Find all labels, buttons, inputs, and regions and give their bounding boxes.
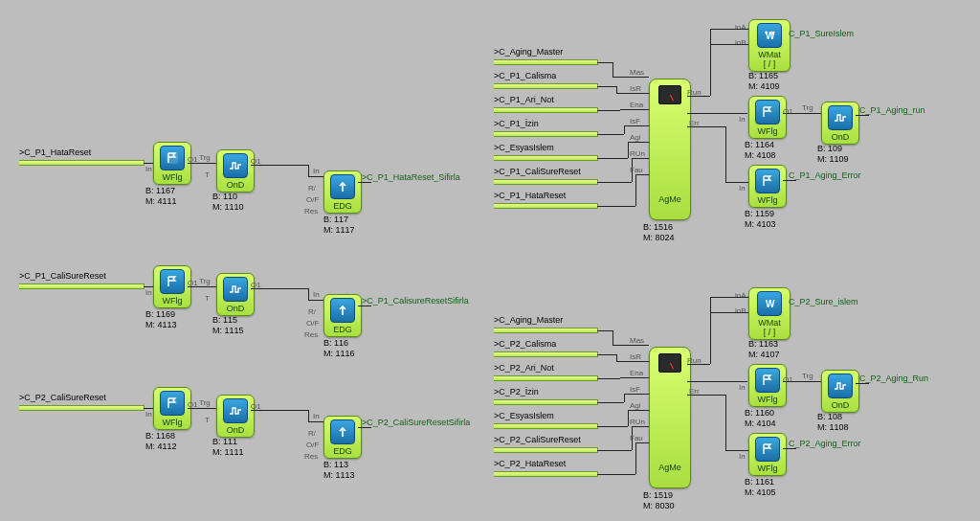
- port-fau: Fau: [630, 434, 643, 442]
- port-in: In: [145, 288, 152, 297]
- wire: [308, 300, 323, 301]
- flag-icon: [755, 368, 780, 393]
- agme-block[interactable]: AgMe: [649, 347, 691, 488]
- anchor[interactable]: [494, 423, 598, 429]
- wire: [308, 288, 309, 300]
- port-trg: Trg: [199, 398, 211, 407]
- wflg-block[interactable]: WFlg: [153, 142, 191, 185]
- anchor[interactable]: [494, 375, 598, 381]
- agme-block[interactable]: AgMe: [649, 79, 691, 220]
- output-label: >C_P1_HataReset_Sifirla: [362, 172, 460, 183]
- edg-block[interactable]: EDG: [323, 416, 362, 459]
- anchor[interactable]: [494, 107, 598, 113]
- wflg-block[interactable]: WFlg: [748, 433, 787, 476]
- block-b: B: 116: [323, 338, 348, 349]
- block-b: B: 1161: [745, 477, 774, 487]
- block-type: WFlg: [156, 418, 189, 427]
- wire: [597, 62, 612, 63]
- wire: [710, 29, 748, 30]
- wire: [725, 450, 748, 451]
- wire: [308, 421, 323, 422]
- wire: [597, 158, 628, 159]
- wmat-block[interactable]: W WMat [ / ]: [748, 287, 791, 340]
- anchor[interactable]: [494, 351, 598, 357]
- anchor-label: >C_P2_Calisma: [494, 339, 556, 350]
- anchor-label: >C_EsyasIslem: [494, 143, 554, 153]
- edg-block[interactable]: EDG: [323, 294, 362, 337]
- anchor[interactable]: [19, 283, 145, 289]
- anchor[interactable]: [494, 83, 598, 89]
- port-isr: IsR: [630, 352, 641, 361]
- port-in: In: [739, 383, 746, 392]
- flag-icon: [755, 169, 780, 193]
- block-m: M: 1117: [323, 225, 355, 236]
- output-label: C_P1_Aging_Error: [789, 170, 861, 181]
- anchor[interactable]: [494, 328, 598, 333]
- anchor[interactable]: [19, 160, 145, 166]
- wflg-block[interactable]: WFlg: [153, 387, 191, 430]
- wire: [597, 450, 632, 451]
- block-type: WFlg: [751, 464, 784, 473]
- port-agi: Agi: [630, 401, 641, 410]
- wire: [251, 165, 308, 166]
- wmat-block[interactable]: W WMat [ / ]: [748, 19, 791, 72]
- flag-icon: [160, 146, 185, 170]
- wflg-block[interactable]: WFlg: [153, 265, 191, 308]
- wire: [620, 377, 649, 378]
- wire: [710, 29, 711, 96]
- block-b: B: 1516: [643, 222, 673, 233]
- anchor[interactable]: [494, 447, 598, 453]
- port-of: O/F: [306, 195, 319, 204]
- anchor[interactable]: [494, 399, 598, 405]
- wire: [687, 395, 725, 396]
- wire: [635, 442, 649, 443]
- port-mas: Mas: [630, 336, 644, 345]
- wire: [188, 286, 216, 287]
- output-label: C_P1_SureIslem: [789, 29, 854, 39]
- port-of: O/F: [306, 319, 319, 328]
- block-b: B: 108: [817, 412, 842, 422]
- wflg-block[interactable]: WFlg: [748, 96, 787, 139]
- port-isf: IsF: [630, 385, 640, 394]
- anchor[interactable]: [494, 131, 598, 137]
- block-m: M: 4113: [145, 320, 177, 330]
- wire: [635, 442, 636, 474]
- wire: [710, 312, 748, 313]
- block-m: M: 4111: [145, 196, 177, 207]
- block-type: WFlg: [751, 395, 784, 404]
- wflg-block[interactable]: WFlg: [748, 364, 787, 407]
- ond-block[interactable]: OnD: [821, 102, 859, 145]
- port-trg: Trg: [802, 103, 813, 112]
- port-isr: IsR: [630, 84, 641, 93]
- anchor-label: >C_EsyasIslem: [494, 411, 554, 421]
- block-b: B: 1169: [145, 309, 175, 320]
- wire: [144, 408, 153, 409]
- anchor[interactable]: [494, 59, 598, 65]
- block-m: M: 1116: [323, 349, 355, 359]
- edg-block[interactable]: EDG: [323, 170, 362, 214]
- arrow-up-icon: [330, 419, 355, 444]
- anchor[interactable]: [19, 405, 145, 411]
- anchor[interactable]: [494, 471, 598, 477]
- anchor[interactable]: [494, 203, 598, 209]
- block-m: M: 1110: [212, 202, 244, 213]
- anchor[interactable]: [494, 179, 598, 185]
- wire: [628, 410, 649, 411]
- gauge-icon: [658, 85, 681, 104]
- anchor[interactable]: [494, 155, 598, 161]
- port-trg: Trg: [199, 277, 211, 285]
- port-rf: R/: [308, 184, 316, 193]
- block-type: OnD: [824, 132, 857, 142]
- wflg-block[interactable]: WFlg: [748, 165, 787, 208]
- wire: [616, 93, 649, 94]
- wire: [308, 165, 309, 176]
- ond-block[interactable]: OnD: [821, 370, 859, 413]
- ond-block[interactable]: OnD: [216, 395, 255, 438]
- ond-block[interactable]: OnD: [216, 273, 255, 316]
- output-label: C_P2_Sure_islem: [789, 297, 858, 307]
- port-in: In: [313, 412, 320, 420]
- port-inA: inA: [735, 23, 746, 32]
- block-type: WFlg: [156, 296, 189, 306]
- ond-block[interactable]: OnD: [216, 149, 255, 193]
- block-type: AgMe: [652, 463, 688, 472]
